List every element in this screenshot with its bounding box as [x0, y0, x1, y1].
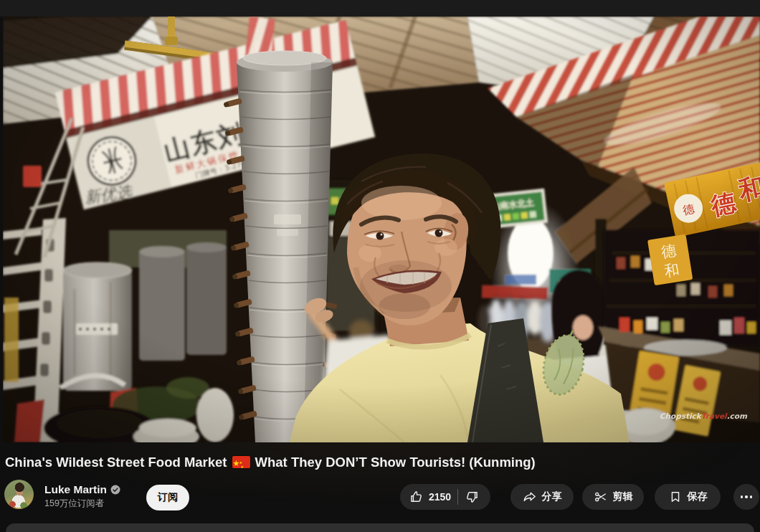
more-dots-icon: [741, 495, 744, 498]
channel-avatar[interactable]: [4, 480, 34, 509]
like-count: 2150: [429, 491, 451, 503]
thumbs-down-icon: [465, 490, 479, 504]
youtube-watch-page: 新优选 山东刘烨 新鲜大锅保烨 门牌号：3-27号: [0, 0, 760, 532]
clip-label: 剪辑: [613, 490, 633, 503]
video-player[interactable]: 新优选 山东刘烨 新鲜大锅保烨 门牌号：3-27号: [3, 16, 760, 442]
scissors-icon: [594, 490, 608, 504]
watermark-part1: Chopstick: [660, 412, 703, 421]
top-spacer: [0, 0, 760, 16]
like-dislike-pill: 2150: [400, 484, 490, 510]
save-button[interactable]: 保存: [655, 484, 721, 510]
china-flag-icon: ★★★: [232, 456, 250, 468]
channel-watermark: ChopstickTravel.com: [660, 412, 748, 421]
video-title-part1: China's Wildest Street Food Market: [5, 455, 227, 470]
subscriber-count: 159万位订阅者: [44, 498, 104, 510]
clip-button[interactable]: 剪辑: [582, 484, 644, 510]
share-button[interactable]: 分享: [510, 484, 574, 510]
share-label: 分享: [542, 490, 562, 503]
watermark-part3: .com: [727, 412, 748, 420]
share-icon: [523, 490, 537, 504]
save-label: 保存: [688, 490, 708, 503]
watermark-part2: Travel: [701, 412, 728, 420]
thumbs-up-icon: [409, 490, 424, 504]
video-title: China's Wildest Street Food Market★★★Wha…: [5, 452, 755, 472]
bookmark-icon: [668, 490, 683, 504]
verified-badge-icon: [110, 485, 120, 495]
channel-name-row: Luke Martin: [44, 483, 120, 497]
more-actions-button[interactable]: [733, 484, 759, 510]
video-frame-illustration: 新优选 山东刘烨 新鲜大锅保烨 门牌号：3-27号: [3, 16, 760, 442]
video-title-part2: What They DON’T Show Tourists! (Kunming): [255, 455, 536, 470]
dislike-button[interactable]: [458, 484, 488, 510]
channel-name[interactable]: Luke Martin: [44, 483, 107, 496]
like-button[interactable]: 2150: [400, 484, 457, 510]
vignette: [3, 16, 760, 442]
subscribe-button[interactable]: 订阅: [146, 485, 189, 510]
description-box[interactable]: [6, 523, 754, 532]
